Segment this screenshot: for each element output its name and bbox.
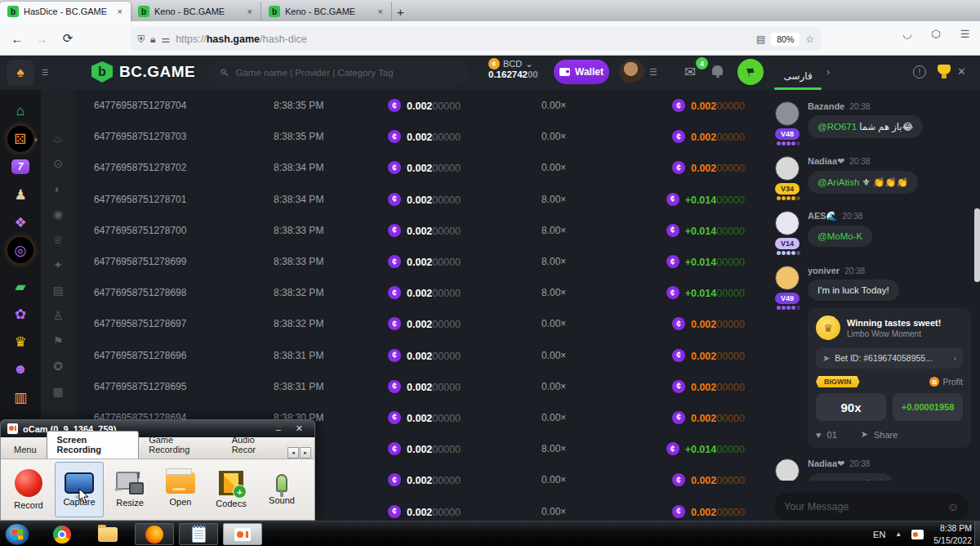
game-category-icon[interactable]: ⊙ bbox=[51, 156, 65, 171]
browser-tab[interactable]: bKeno - BC.GAME× bbox=[131, 2, 261, 21]
bet-row[interactable]: 647769587512787008:38:33 PM¢0.002000008.… bbox=[75, 215, 764, 246]
chat-username[interactable]: yoniver bbox=[808, 266, 840, 275]
ocam-codecs-button[interactable]: Codecs bbox=[207, 462, 256, 517]
bookmark-star-icon[interactable]: ☆ bbox=[805, 34, 814, 45]
chat-avatar[interactable] bbox=[775, 459, 800, 481]
game-category-icon[interactable]: ♙ bbox=[51, 308, 65, 323]
chat-avatar[interactable] bbox=[775, 211, 800, 235]
ocam-resize-button[interactable]: ⬆⬅Resize bbox=[105, 462, 154, 517]
reader-mode-icon[interactable]: ▤ bbox=[756, 34, 765, 45]
chat-username[interactable]: Nadiaa❤ bbox=[808, 156, 844, 166]
brand-logo[interactable]: b BC.GAME bbox=[91, 61, 195, 83]
ocam-tab-menu[interactable]: Menu bbox=[4, 441, 47, 459]
taskbar-explorer[interactable] bbox=[88, 523, 127, 545]
extensions-icon[interactable]: ⬡ bbox=[931, 28, 940, 40]
chat-avatar[interactable] bbox=[775, 101, 800, 126]
ocam-record-button[interactable]: Record bbox=[4, 462, 53, 517]
chat-avatar[interactable] bbox=[775, 266, 800, 290]
sidebar-item-bonus[interactable]: ▥ bbox=[7, 384, 33, 410]
taskbar-ocam[interactable] bbox=[223, 523, 262, 545]
ocam-close-button[interactable]: ✕ bbox=[291, 423, 308, 434]
balance-selector[interactable]: ¢ BCD ⌄ 0.16274200 bbox=[488, 58, 554, 79]
chat-language-tab[interactable]: فارسی bbox=[774, 62, 822, 90]
game-category-icon[interactable]: ⚑ bbox=[51, 333, 65, 348]
bet-row[interactable]: 647769587512786978:38:32 PM¢0.002000000.… bbox=[75, 308, 764, 339]
sidebar-item-casino-dice[interactable]: ⚄ bbox=[7, 126, 33, 152]
url-bar[interactable]: ⛨ 🔒︎ ⚌ https://hash.game/hash-dice ▤ 80%… bbox=[131, 27, 821, 51]
notifications-bell-icon[interactable] bbox=[712, 65, 723, 75]
sidebar-item-refer-friends[interactable]: ☻ bbox=[7, 356, 33, 383]
bet-row[interactable]: 647769587512787018:38:34 PM¢0.002000008.… bbox=[75, 184, 764, 215]
trophy-icon[interactable] bbox=[938, 65, 951, 74]
share-label[interactable]: Share bbox=[874, 430, 898, 440]
bet-row[interactable]: 647769587512787048:38:35 PM¢0.002000000.… bbox=[75, 90, 764, 121]
back-button[interactable]: ← bbox=[7, 28, 28, 49]
user-menu-icon[interactable]: ☰ bbox=[649, 67, 658, 78]
casino-spade-logo[interactable]: ♠ bbox=[7, 60, 34, 86]
bet-row[interactable]: 647769587512787028:38:34 PM¢0.002000000.… bbox=[75, 152, 764, 183]
bet-row[interactable]: 647769587512786988:38:32 PM¢0.002000008.… bbox=[75, 277, 764, 308]
chat-username[interactable]: Bazande bbox=[808, 101, 844, 111]
game-category-icon[interactable]: ♕ bbox=[51, 232, 65, 247]
sidebar-item-vip-crown[interactable]: ♛ bbox=[7, 329, 33, 355]
chat-username[interactable]: Nadiaa❤ bbox=[808, 459, 844, 468]
pocket-icon[interactable]: ◡ bbox=[902, 28, 911, 40]
quest-chat-button[interactable]: ⚑ bbox=[737, 59, 764, 85]
game-category-icon[interactable]: ♨ bbox=[51, 131, 65, 145]
ocam-tab-scroll-left[interactable]: ◂ bbox=[287, 447, 299, 459]
forward-button[interactable]: → bbox=[31, 28, 52, 49]
zoom-level-badge[interactable]: 80% bbox=[771, 33, 800, 46]
sidebar-menu-icon[interactable]: ☰ bbox=[38, 65, 52, 80]
permissions-icon[interactable]: ⚌ bbox=[161, 34, 170, 45]
ocam-tab-audio-recor[interactable]: Audio Recor bbox=[222, 432, 287, 459]
game-category-icon[interactable]: ▤ bbox=[51, 283, 65, 298]
show-desktop-button[interactable] bbox=[974, 521, 980, 546]
browser-tab[interactable]: bKeno - BC.GAME× bbox=[261, 2, 392, 21]
page-scrollbar-thumb[interactable] bbox=[974, 208, 980, 282]
tray-expand-icon[interactable]: ▲ bbox=[895, 530, 902, 538]
chat-rules-info-icon[interactable]: ! bbox=[913, 65, 926, 78]
chat-message-input[interactable]: Your Message ☺ bbox=[774, 493, 969, 521]
chat-username[interactable]: AES🌊 bbox=[808, 211, 837, 221]
user-avatar[interactable] bbox=[619, 59, 645, 85]
shield-icon[interactable]: ⛨ bbox=[137, 34, 145, 45]
ocam-tray-icon[interactable] bbox=[911, 530, 924, 539]
share-icon[interactable]: ➤ bbox=[861, 429, 868, 440]
new-tab-button[interactable]: + bbox=[392, 5, 412, 21]
start-button[interactable] bbox=[5, 523, 29, 545]
sidebar-item-home[interactable]: ⌂ bbox=[7, 98, 33, 124]
tab-close-icon[interactable]: × bbox=[246, 7, 254, 16]
game-category-icon[interactable]: ◉ bbox=[51, 207, 65, 222]
ocam-tab-scroll-right[interactable]: ▸ bbox=[300, 447, 311, 459]
bet-row[interactable]: 647769587512786998:38:33 PM¢0.002000008.… bbox=[75, 246, 764, 277]
taskbar-clock[interactable]: 8:38 PM 5/15/2022 bbox=[933, 522, 972, 545]
tab-close-icon[interactable]: × bbox=[116, 7, 124, 16]
bet-row[interactable]: 647769587512787038:38:35 PM¢0.002000000.… bbox=[75, 121, 764, 152]
sidebar-item-live-casino[interactable]: ♟ bbox=[7, 181, 33, 208]
sidebar-item-bingo-ring[interactable]: ✿ bbox=[7, 301, 33, 327]
mention-link[interactable]: @AriAtish bbox=[817, 177, 859, 187]
lock-icon[interactable]: 🔒︎ bbox=[150, 34, 155, 45]
ocam-sound-button[interactable]: Sound bbox=[257, 462, 306, 517]
mail-icon[interactable]: ✉ bbox=[684, 64, 696, 81]
reload-button[interactable]: ⟳ bbox=[57, 28, 78, 49]
game-category-icon[interactable]: ▦ bbox=[51, 384, 65, 399]
sidebar-item-promotions[interactable]: ❖ bbox=[7, 209, 33, 235]
mention-link[interactable]: @RO671 bbox=[817, 122, 857, 132]
chat-close-icon[interactable]: ✕ bbox=[957, 65, 966, 78]
game-category-icon[interactable]: ✪ bbox=[51, 359, 65, 374]
sidebar-expand-chevron[interactable]: › bbox=[34, 134, 38, 144]
bet-id-pill[interactable]: ➤Bet ID: #619674058955...› bbox=[816, 347, 963, 369]
browser-tab[interactable]: bHasDice - BC.GAME× bbox=[0, 2, 131, 21]
menu-icon[interactable]: ☰ bbox=[960, 28, 970, 40]
url-text[interactable]: https://hash.game/hash-dice bbox=[176, 34, 751, 45]
game-search-input[interactable]: 🔍︎ Game name | Provider | Category Tag bbox=[208, 60, 470, 85]
win-share-card[interactable]: ♛Winning tastes sweet!Limbo Wow Moment➤B… bbox=[808, 307, 971, 448]
tab-close-icon[interactable]: × bbox=[376, 7, 385, 16]
chat-expand-chevron[interactable]: › bbox=[826, 65, 830, 78]
ocam-open-button[interactable]: Open bbox=[156, 462, 205, 517]
taskbar-notepad[interactable] bbox=[179, 523, 218, 545]
ocam-tab-game-recording[interactable]: Game Recording bbox=[139, 432, 221, 459]
game-category-icon[interactable]: ✦ bbox=[51, 257, 65, 272]
bet-row[interactable]: 647769587512786968:38:31 PM¢0.002000000.… bbox=[75, 340, 764, 371]
